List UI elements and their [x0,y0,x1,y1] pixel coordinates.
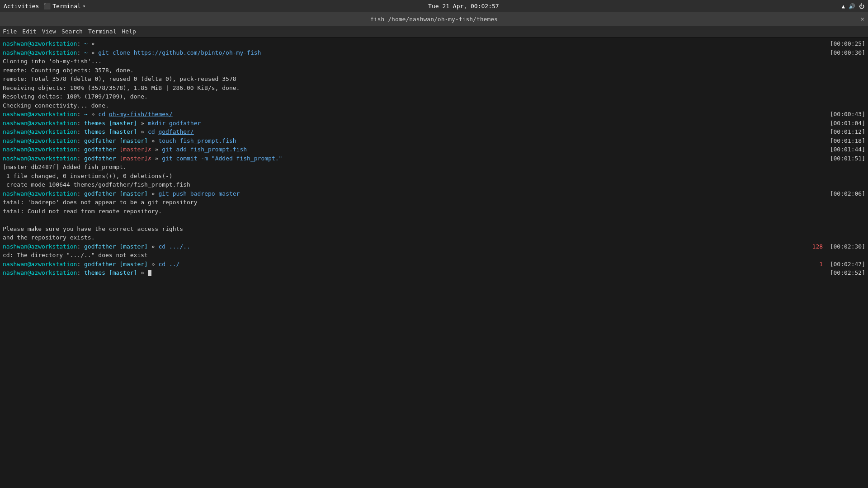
terminal-line [3,216,865,225]
terminal-label: Terminal [52,3,81,9]
title-bar: fish /home/nashwan/oh-my-fish/themes × [0,12,868,26]
window-title: fish /home/nashwan/oh-my-fish/themes [370,16,498,23]
terminal-line: [master db2487f] Added fish_prompt. [3,163,865,172]
terminal-line: cd: The directory ".../.." does not exis… [3,251,865,260]
terminal-line: Resolving deltas: 100% (1709/1709), done… [3,92,865,101]
wifi-icon: ▲ [842,3,845,9]
terminal-line: and the repository exists. [3,233,865,242]
terminal-line: nashwan@azworkstation: themes [master] »… [3,119,865,128]
terminal-line: Please make sure you have the correct ac… [3,225,865,234]
close-button[interactable]: × [861,15,864,23]
terminal-line: nashwan@azworkstation: ~ » cd oh-my-fish… [3,110,865,119]
terminal-line: Receiving objects: 100% (3578/3578), 1.8… [3,84,865,93]
terminal-line: fatal: Could not read from remote reposi… [3,207,865,216]
terminal-line: fatal: 'badrepo' does not appear to be a… [3,198,865,207]
chevron-down-icon: ▾ [83,4,85,9]
system-datetime: Tue 21 Apr, 00:02:57 [428,3,499,9]
terminal-line: create mode 100644 themes/godfather/fish… [3,180,865,189]
terminal-line: nashwan@azworkstation: ~ » git clone htt… [3,48,865,57]
menu-edit[interactable]: Edit [22,28,36,35]
sound-icon: 🔊 [849,3,855,9]
terminal-app-menu[interactable]: ⬛ Terminal ▾ [43,3,85,9]
system-bar: Activities ⬛ Terminal ▾ Tue 21 Apr, 00:0… [0,0,868,12]
terminal-line: Cloning into 'oh-my-fish'... [3,57,865,66]
terminal-line: nashwan@azworkstation: godfather [master… [3,189,865,198]
terminal-window: fish /home/nashwan/oh-my-fish/themes × F… [0,12,868,488]
terminal-line: nashwan@azworkstation: godfather [master… [3,136,865,145]
terminal-line: nashwan@azworkstation: godfather [master… [3,260,865,269]
terminal-line: nashwan@azworkstation: themes [master] »… [3,127,865,136]
menu-view[interactable]: View [42,28,56,35]
terminal-icon: ⬛ [43,3,51,9]
terminal-line: nashwan@azworkstation: themes [master] »… [3,268,865,277]
menu-bar: File Edit View Search Terminal Help [0,26,868,38]
terminal-line: 1 file changed, 0 insertions(+), 0 delet… [3,172,865,181]
menu-terminal[interactable]: Terminal [88,28,117,35]
menu-file[interactable]: File [3,28,17,35]
menu-help[interactable]: Help [122,28,136,35]
system-bar-left: Activities ⬛ Terminal ▾ [4,3,85,9]
terminal-line: Checking connectivity... done. [3,101,865,110]
system-tray: ▲ 🔊 ⏻ [842,3,864,9]
terminal-line: nashwan@azworkstation: ~ » [00:00:25] [3,39,865,48]
terminal-line: nashwan@azworkstation: godfather [master… [3,145,865,154]
terminal-line: remote: Counting objects: 3578, done. [3,66,865,75]
terminal-line: nashwan@azworkstation: godfather [master… [3,154,865,163]
terminal-line: remote: Total 3578 (delta 0), reused 0 (… [3,75,865,84]
terminal-line: nashwan@azworkstation: godfather [master… [3,242,865,251]
power-icon: ⏻ [859,3,864,9]
terminal-output[interactable]: nashwan@azworkstation: ~ » [00:00:25] na… [0,38,868,488]
activities-button[interactable]: Activities [4,3,39,9]
menu-search[interactable]: Search [61,28,83,35]
